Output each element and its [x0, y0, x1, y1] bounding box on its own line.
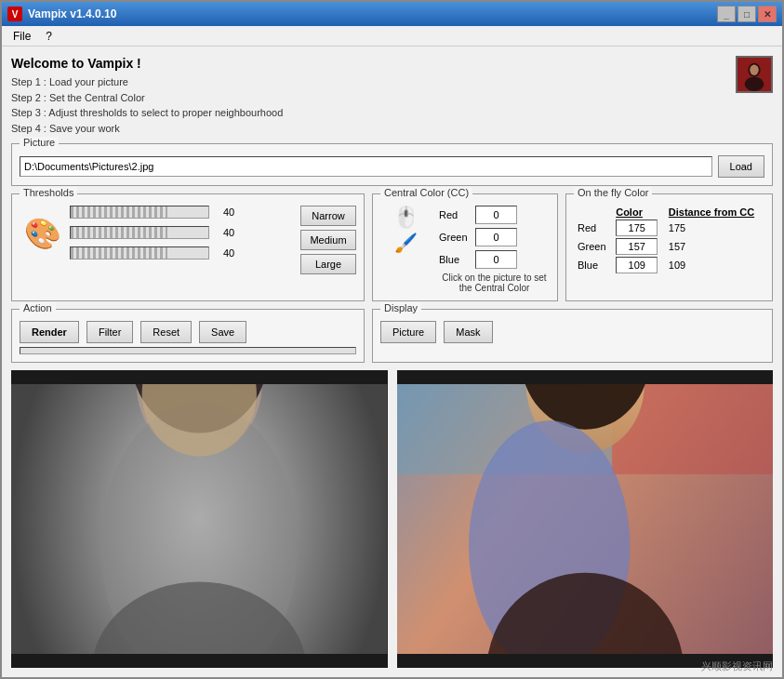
paint-icon: 🖌️ — [394, 232, 418, 254]
main-window: V Vampix v1.4.0.10 _ □ ✕ File ? Welcome … — [0, 0, 784, 679]
welcome-heading: Welcome to Vampix ! — [11, 56, 283, 71]
watermark: 兴顺影视资讯网 — [701, 659, 773, 673]
content-area: Welcome to Vampix ! Step 1 : Load your p… — [2, 47, 782, 677]
picture-path-input[interactable] — [20, 156, 712, 177]
table-row: Blue 109 — [574, 256, 764, 274]
bw-image-panel[interactable]: baidu.com/xxx — [11, 370, 388, 668]
cc-green-row: Green — [439, 228, 550, 246]
otf-blue-color-input[interactable] — [616, 257, 658, 273]
threshold-row-2: 40 — [70, 246, 297, 260]
dropper-icon: 🖱️ — [393, 206, 419, 230]
otf-col-empty — [574, 206, 612, 219]
otf-green-color-input[interactable] — [616, 238, 658, 255]
menu-help[interactable]: ? — [38, 28, 60, 45]
cc-title: Central Color (CC) — [380, 187, 472, 198]
picture-group-title: Picture — [20, 137, 59, 148]
step2: Step 2 : Set the Central Color — [11, 90, 283, 106]
thresholds-inner: 🎨 40 40 — [20, 206, 356, 274]
threshold-value-2: 40 — [215, 247, 243, 259]
middle-row: Thresholds 🎨 40 — [11, 193, 773, 301]
otf-col-color: Color — [612, 206, 665, 219]
palette-icon: 🎨 — [20, 206, 66, 261]
threshold-slider-2[interactable] — [70, 246, 209, 260]
step1: Step 1 : Load your picture — [11, 74, 283, 90]
otf-title: On the fly Color — [574, 187, 652, 198]
progress-bar — [20, 347, 356, 354]
threshold-buttons: Narrow Medium Large — [300, 206, 356, 274]
step3: Step 3 : Adjust thresholds to select to … — [11, 105, 283, 121]
color-image-panel[interactable]: baidu.com/xxx — [397, 370, 774, 668]
threshold-row-0: 40 — [70, 206, 297, 219]
table-row: Red 175 — [574, 219, 764, 237]
medium-button[interactable]: Medium — [300, 230, 356, 250]
thresholds-title: Thresholds — [20, 187, 77, 198]
otf-group: On the fly Color Color Distance from CC … — [565, 193, 773, 301]
images-row: baidu.com/xxx — [11, 370, 773, 668]
cc-hint: Click on the picture to set the Central … — [439, 273, 550, 293]
threshold-value-0: 40 — [215, 206, 243, 218]
step4: Step 4 : Save your work — [11, 121, 283, 137]
cc-icon: 🖱️ 🖌️ — [380, 206, 432, 293]
cc-blue-row: Blue — [439, 250, 550, 269]
threshold-slider-0[interactable] — [70, 206, 209, 219]
title-bar-left: V Vampix v1.4.0.10 — [7, 7, 116, 21]
otf-blue-distance: 109 — [665, 256, 764, 274]
otf-red-color-input[interactable] — [616, 220, 658, 236]
table-row: Green 157 — [574, 237, 764, 256]
sliders-area: 40 40 40 — [70, 206, 297, 274]
images-section: baidu.com/xxx — [11, 370, 773, 668]
close-button[interactable]: ✕ — [758, 6, 777, 22]
menu-file[interactable]: File — [6, 28, 38, 45]
cc-fields: Red Green Blue Click on the picture to s… — [439, 206, 550, 293]
bottom-controls: Action Render Filter Reset Save Display … — [11, 309, 773, 363]
filter-button[interactable]: Filter — [86, 321, 133, 343]
save-button[interactable]: Save — [199, 321, 246, 343]
threshold-row-1: 40 — [70, 226, 297, 239]
svg-point-3 — [750, 65, 758, 75]
narrow-button[interactable]: Narrow — [300, 206, 356, 226]
cc-red-input[interactable] — [475, 206, 517, 224]
threshold-slider-1[interactable] — [70, 226, 209, 239]
render-button[interactable]: Render — [20, 321, 79, 343]
mask-button[interactable]: Mask — [444, 321, 492, 343]
reset-button[interactable]: Reset — [140, 321, 192, 343]
cc-blue-input[interactable] — [475, 250, 517, 269]
threshold-value-1: 40 — [215, 227, 243, 238]
svg-point-2 — [745, 77, 764, 91]
large-button[interactable]: Large — [300, 254, 356, 274]
maximize-button[interactable]: □ — [737, 6, 756, 22]
cc-green-label: Green — [439, 232, 472, 243]
otf-table: Color Distance from CC Red 175 Green — [574, 206, 764, 274]
thresholds-group: Thresholds 🎨 40 — [11, 193, 365, 301]
welcome-text: Welcome to Vampix ! Step 1 : Load your p… — [11, 56, 283, 136]
otf-col-distance: Distance from CC — [665, 206, 764, 219]
color-image: baidu.com/xxx — [397, 384, 774, 654]
menu-bar: File ? — [2, 26, 782, 47]
action-title: Action — [20, 302, 56, 313]
bw-image: baidu.com/xxx — [11, 384, 388, 654]
otf-blue-label: Blue — [574, 256, 612, 274]
otf-red-label: Red — [574, 219, 612, 237]
cc-red-label: Red — [439, 209, 472, 220]
action-buttons: Render Filter Reset Save — [20, 321, 356, 343]
action-group: Action Render Filter Reset Save — [11, 309, 365, 363]
central-color-group: Central Color (CC) 🖱️ 🖌️ Red Green — [372, 193, 558, 301]
load-button[interactable]: Load — [718, 155, 764, 178]
title-buttons: _ □ ✕ — [717, 6, 777, 22]
cc-red-row: Red — [439, 206, 550, 224]
cc-blue-label: Blue — [439, 254, 472, 265]
otf-green-distance: 157 — [665, 237, 764, 256]
picture-row: Load — [20, 155, 764, 178]
cc-inner: 🖱️ 🖌️ Red Green Blue — [380, 206, 550, 293]
display-title: Display — [380, 302, 421, 313]
welcome-section: Welcome to Vampix ! Step 1 : Load your p… — [11, 56, 773, 136]
minimize-button[interactable]: _ — [717, 6, 736, 22]
app-avatar — [736, 56, 773, 93]
title-bar: V Vampix v1.4.0.10 _ □ ✕ — [2, 2, 782, 26]
cc-green-input[interactable] — [475, 228, 517, 246]
display-group: Display Picture Mask — [372, 309, 773, 363]
picture-button[interactable]: Picture — [380, 321, 436, 343]
otf-green-label: Green — [574, 237, 612, 256]
window-title: Vampix v1.4.0.10 — [28, 7, 116, 20]
display-buttons: Picture Mask — [380, 321, 764, 343]
